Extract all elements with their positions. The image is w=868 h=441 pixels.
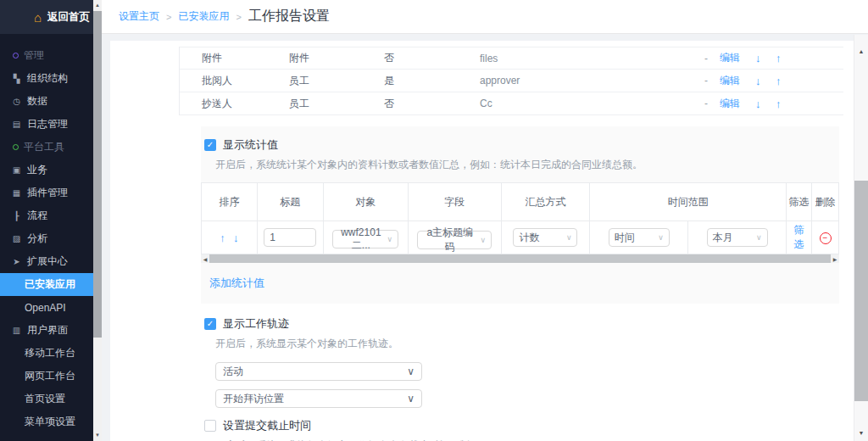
col-header-filter: 筛选	[787, 183, 812, 221]
statistics-table: 排序 标题 对象 字段 汇总方式 时间范围 筛选 删除 ↑	[201, 182, 839, 254]
show-statistics-label: 显示统计值	[223, 137, 278, 153]
breadcrumb: 设置主页 > 已安装应用 > 工作报告设置	[102, 0, 868, 34]
col-header-field: 字段	[408, 183, 501, 221]
sidebar-item-installed-apps[interactable]: 已安装应用	[0, 273, 93, 296]
move-up-icon[interactable]: ↑	[776, 52, 796, 64]
move-up-icon[interactable]: ↑	[776, 75, 796, 87]
item-label: 日志管理	[27, 117, 68, 131]
move-up-icon[interactable]: ↑	[776, 98, 796, 110]
delete-row-icon[interactable]: −	[820, 232, 832, 244]
table-row-attachment: 附件 附件 否 files - 编辑 ↓ ↑	[180, 47, 843, 70]
filter-link[interactable]: 筛选	[793, 223, 805, 252]
item-label: 分析	[27, 232, 47, 246]
briefcase-icon: ▣	[11, 166, 22, 175]
field-select[interactable]: a主标题编码 ∨	[417, 231, 492, 249]
ui-grid-icon: ▥	[11, 327, 22, 335]
sidebar-item-extension-center[interactable]: ➤ 扩展中心	[0, 250, 93, 273]
move-down-icon[interactable]: ↓	[755, 75, 776, 87]
scroll-down-icon[interactable]: ▼	[93, 433, 102, 438]
move-down-icon[interactable]: ↓	[755, 52, 776, 64]
sidebar-item-openapi[interactable]: OpenAPI	[0, 296, 93, 319]
horizontal-scrollbar-thumb[interactable]	[209, 254, 831, 263]
breadcrumb-link-installed-apps[interactable]: 已安装应用	[178, 9, 229, 24]
edit-link[interactable]: 编辑	[720, 74, 755, 88]
edit-link[interactable]: 编辑	[720, 97, 755, 111]
move-down-icon[interactable]: ↓	[755, 98, 776, 110]
section-label: 管理	[24, 48, 44, 63]
item-label: 首页设置	[25, 392, 65, 406]
horizontal-scrollbar[interactable]: ◀ ▶	[201, 254, 839, 263]
track-object-select[interactable]: 活动 ∨	[215, 362, 422, 381]
object-select[interactable]: wwf2101二... ∨	[332, 230, 398, 248]
main-scrollbar[interactable]: ▲ ▼	[854, 35, 868, 441]
chevron-down-icon: ∨	[387, 235, 393, 243]
section-label: 平台工具	[24, 140, 64, 154]
show-work-track-description: 开启后，系统显示某个对象的工作轨迹。	[215, 337, 843, 351]
item-label: 用户界面	[27, 323, 68, 338]
deadline-section: ✓ 设置提交截止时间 开启后，系统要求执行人提交工作报告会有截止时间限制	[201, 418, 843, 441]
show-work-track-label: 显示工作轨迹	[223, 316, 289, 332]
chevron-down-icon: ∨	[407, 366, 415, 377]
sidebar-item-web-workbench[interactable]: 网页工作台	[0, 365, 93, 388]
sidebar-item-process[interactable]: ┠ 流程	[0, 204, 93, 227]
purple-ring-icon	[13, 53, 19, 59]
item-label: 扩展中心	[27, 254, 68, 269]
show-work-track-checkbox[interactable]: ✓	[204, 318, 216, 330]
field-label: 附件	[202, 51, 289, 65]
field-label: 抄送人	[202, 97, 289, 111]
sidebar-item-business[interactable]: ▣ 业务	[0, 159, 93, 181]
scroll-up-icon[interactable]: ▲	[854, 48, 868, 54]
sidebar-item-mobile-workbench[interactable]: 移动工作台	[0, 342, 93, 365]
sidebar-item-data[interactable]: ◷ 数据	[0, 90, 93, 113]
sidebar-scrollbar-thumb[interactable]	[93, 11, 102, 338]
page: ⌂ 返回首页 管理 ▚ 组织结构 ◷ 数据 ▤ 日志管理 平台工具	[0, 0, 868, 441]
scroll-right-icon[interactable]: ▶	[831, 256, 839, 262]
scroll-up-icon[interactable]: ▲	[93, 3, 102, 8]
sort-down-icon[interactable]: ↓	[233, 232, 239, 244]
sidebar-item-log-management[interactable]: ▤ 日志管理	[0, 113, 93, 136]
field-required: 是	[384, 74, 480, 88]
breadcrumb-separator: >	[166, 12, 171, 22]
back-home-label: 返回首页	[47, 10, 90, 25]
add-statistic-link[interactable]: 添加统计值	[209, 276, 264, 289]
sidebar-item-back-home[interactable]: ⌂ 返回首页	[0, 0, 102, 34]
field-label: 批阅人	[202, 74, 289, 88]
time-range-select[interactable]: 本月 ∨	[707, 228, 768, 247]
item-label: 网页工作台	[25, 369, 75, 383]
time-type-select[interactable]: 时间 ∨	[609, 228, 670, 247]
statistics-panel: ✓ 显示统计值 开启后，系统统计某个对象内的资料计数或者数值汇总，例如：统计本日…	[201, 126, 839, 304]
edit-link[interactable]: 编辑	[720, 51, 755, 65]
sidebar-item-analysis[interactable]: ▨ 分析	[0, 227, 93, 250]
sidebar-item-plugin-management[interactable]: ▦ 插件管理	[0, 181, 93, 204]
scroll-down-icon[interactable]: ▼	[854, 430, 868, 436]
breadcrumb-link-settings-home[interactable]: 设置主页	[119, 9, 159, 24]
item-label: 流程	[27, 209, 47, 223]
object-select-value: wwf2101二...	[338, 226, 383, 253]
item-label: 菜单项设置	[25, 415, 75, 429]
track-location-select[interactable]: 开始拜访位置 ∨	[215, 389, 422, 408]
main-area: 设置主页 > 已安装应用 > 工作报告设置 附件 附件 否 files - 编辑…	[102, 0, 868, 441]
title-input[interactable]	[264, 228, 316, 247]
set-deadline-checkbox[interactable]: ✓	[204, 420, 216, 432]
item-label: OpenAPI	[25, 302, 66, 314]
sidebar-scrollbar[interactable]: ▲ ▼	[93, 0, 102, 441]
chevron-down-icon: ∨	[566, 233, 572, 242]
main-scrollbar-thumb[interactable]	[854, 181, 868, 401]
sort-up-icon[interactable]: ↑	[220, 232, 225, 244]
summary-select[interactable]: 计数 ∨	[513, 228, 577, 247]
field-type: 员工	[289, 74, 384, 88]
sidebar-item-menu-item-settings[interactable]: 菜单项设置	[0, 410, 93, 433]
sidebar-item-user-interface[interactable]: ▥ 用户界面	[0, 319, 93, 342]
show-statistics-checkbox[interactable]: ✓	[204, 139, 216, 151]
sidebar-item-homepage-settings[interactable]: 首页设置	[0, 388, 93, 410]
sidebar-item-org-structure[interactable]: ▚ 组织结构	[0, 67, 93, 90]
table-row-cc: 抄送人 员工 否 Cc - 编辑 ↓ ↑	[180, 92, 843, 115]
field-required: 否	[384, 97, 480, 111]
set-deadline-label: 设置提交截止时间	[223, 418, 311, 433]
org-structure-icon: ▚	[11, 75, 22, 83]
sidebar-menu: 管理 ▚ 组织结构 ◷ 数据 ▤ 日志管理 平台工具 ▣ 业务	[0, 34, 102, 433]
scroll-left-icon[interactable]: ◀	[201, 256, 209, 262]
col-header-object: 对象	[323, 183, 408, 221]
time-type-select-value: 时间	[615, 231, 635, 245]
settings-card: 附件 附件 否 files - 编辑 ↓ ↑ 批阅人 员工 是 approver	[110, 41, 854, 441]
